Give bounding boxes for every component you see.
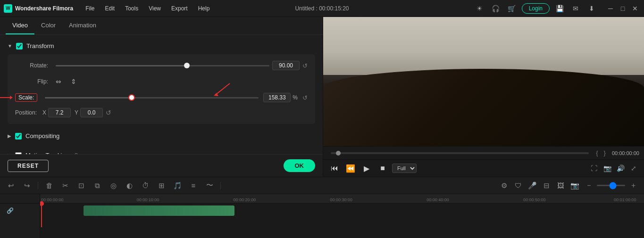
time-scrubber[interactable] (331, 152, 589, 154)
zoom-fit-icon[interactable]: ⊞ (155, 180, 167, 192)
message-icon[interactable]: ✉ (569, 2, 582, 15)
play-controls: ⏮ ⏪ ▶ ■ Full ⛶ 📷 🔊 ⤢ (323, 159, 644, 177)
compositing-header[interactable]: ▶ Compositing (8, 129, 315, 143)
flip-vertical-button[interactable]: ⇕ (68, 76, 79, 87)
frame-back-button[interactable]: ⏪ (344, 162, 357, 175)
waveform-icon[interactable]: 〜 (203, 180, 216, 192)
preview-image (323, 17, 644, 146)
menu-edit[interactable]: Edit (100, 3, 119, 14)
logo-icon: W (4, 4, 12, 13)
settings-icon[interactable]: ⚙ (498, 180, 510, 192)
ruler-mark-0: 00:00:00:00 (41, 197, 64, 202)
reset-button[interactable]: RESET (8, 160, 49, 172)
playhead[interactable] (41, 204, 42, 227)
delete-icon[interactable]: 🗑 (43, 180, 55, 192)
toolbar-sep-2 (220, 182, 221, 189)
download-icon[interactable]: ⬇ (585, 2, 598, 15)
audio-icon[interactable]: 🔊 (615, 163, 626, 174)
pos-x-input[interactable] (48, 108, 71, 117)
flip-horizontal-button[interactable]: ⇔ (53, 76, 64, 87)
bracket-right-icon[interactable]: } (602, 149, 607, 156)
equalizer-icon[interactable]: ≡ (187, 180, 200, 192)
scale-reset-icon[interactable]: ↺ (302, 94, 308, 101)
bracket-left-icon[interactable]: { (594, 149, 599, 156)
maximize-button[interactable]: □ (618, 3, 628, 14)
pos-y-input[interactable] (80, 108, 103, 117)
ruler-mark-2: 00:00:20:00 (234, 197, 256, 202)
menu-view[interactable]: View (144, 3, 166, 14)
close-button[interactable]: ✕ (630, 3, 640, 14)
app-logo: W Wondershare Filmora (4, 4, 73, 13)
minimize-button[interactable]: ─ (605, 3, 616, 14)
fullscreen-icon[interactable]: ⤢ (628, 163, 639, 174)
transform-box: Rotate: ↺ Flip: ⇔ ⇕ (8, 54, 315, 124)
scale-row: Scale: % ↺ (15, 93, 308, 102)
link-icon[interactable]: 🔗 (4, 205, 16, 217)
transform-title: Transform (26, 42, 54, 49)
login-button[interactable]: Login (522, 3, 550, 14)
menu-help[interactable]: Help (193, 3, 215, 14)
project-title: Untitled : 00:00:15:20 (295, 5, 349, 12)
zoom-in-icon[interactable]: ＋ (627, 180, 639, 192)
color-icon[interactable]: ◐ (123, 180, 135, 192)
copy-icon[interactable]: ⧉ (91, 180, 103, 192)
camera-icon[interactable]: 📷 (569, 180, 581, 192)
titlebar: W Wondershare Filmora File Edit Tools Vi… (0, 0, 644, 17)
zoom-slider[interactable] (597, 185, 625, 186)
menu-file[interactable]: File (81, 3, 99, 14)
rotate-value-input[interactable] (272, 61, 300, 70)
shield-icon[interactable]: 🛡 (512, 180, 524, 192)
compositing-checkbox[interactable] (15, 133, 22, 140)
panel-content: ▼ Transform Rotate: ↺ (0, 35, 323, 154)
scale-value-input[interactable] (263, 93, 291, 102)
ok-button[interactable]: OK (284, 159, 316, 172)
scrubber-thumb[interactable] (336, 151, 341, 156)
rotate-reset-icon[interactable]: ↺ (302, 62, 308, 69)
zoom-out-icon[interactable]: － (583, 180, 595, 192)
redo-icon[interactable]: ↪ (21, 180, 33, 192)
timeline-body: 🔗 00:00:00:00 00:00:10:00 00:00:20:00 00… (0, 194, 644, 238)
skip-back-button[interactable]: ⏮ (328, 162, 341, 175)
scale-slider-thumb[interactable] (128, 94, 135, 101)
tab-video[interactable]: Video (6, 17, 34, 34)
cut-icon[interactable]: ✂ (59, 180, 71, 192)
transform-header[interactable]: ▼ Transform (8, 40, 315, 52)
ruler-mark-1: 00:00:10:00 (137, 197, 159, 202)
headphone-icon[interactable]: 🎧 (490, 2, 502, 15)
flip-row: Flip: ⇔ ⇕ (15, 76, 308, 87)
save-icon[interactable]: 💾 (553, 2, 566, 15)
track-clip[interactable] (84, 205, 234, 216)
menu-bar: File Edit Tools View Export Help (81, 3, 473, 14)
tab-bar: Video Color Animation (0, 17, 323, 35)
position-reset-icon[interactable]: ↺ (106, 109, 111, 116)
scale-label: Scale: (15, 93, 37, 102)
scale-slider-track[interactable] (45, 97, 259, 98)
cart-icon[interactable]: 🛒 (506, 2, 518, 15)
quality-select[interactable]: Full (392, 164, 417, 173)
crop-icon[interactable]: ⊡ (75, 180, 87, 192)
tab-animation[interactable]: Animation (62, 17, 103, 34)
ruler-mark-4: 00:00:40:00 (427, 197, 449, 202)
preview-area (323, 17, 644, 146)
align-icon[interactable]: ⊟ (540, 180, 552, 192)
tab-color[interactable]: Color (34, 17, 62, 34)
screenshot-icon[interactable]: 📷 (602, 163, 613, 174)
scale-unit: % (293, 94, 298, 101)
sticker-icon[interactable]: 🖼 (554, 180, 567, 192)
transform-arrow: ▼ (8, 43, 12, 49)
undo-icon[interactable]: ↩ (5, 180, 17, 192)
effects-icon[interactable]: ◎ (107, 180, 119, 192)
transform-checkbox[interactable] (16, 43, 23, 49)
brightness-icon[interactable]: ☀ (474, 2, 486, 15)
fit-screen-icon[interactable]: ⛶ (588, 163, 600, 174)
motion-tracking-header[interactable]: ▶ Motion Tracking ? (8, 148, 315, 154)
mic-icon[interactable]: 🎤 (526, 180, 538, 192)
rotate-slider-track[interactable] (56, 65, 269, 66)
preview-icons: ⛶ 📷 🔊 ⤢ (588, 163, 639, 174)
play-button[interactable]: ▶ (360, 162, 373, 175)
audio-effects-icon[interactable]: 🎵 (171, 180, 184, 192)
speed-icon[interactable]: ⏱ (139, 180, 151, 192)
menu-tools[interactable]: Tools (120, 3, 143, 14)
stop-button[interactable]: ■ (376, 162, 389, 175)
menu-export[interactable]: Export (167, 3, 192, 14)
